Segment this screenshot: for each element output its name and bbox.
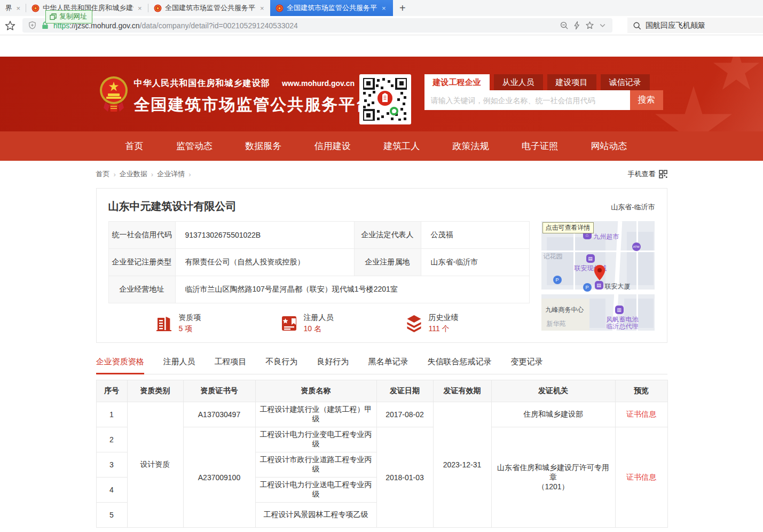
site-brand: 中华人民共和国住房和城乡建设部 www.mohurd.gov.cn 全国建筑市场…: [134, 78, 373, 116]
browser-tab-2[interactable]: 全国建筑市场监管公共服务平台 ×: [148, 0, 270, 16]
flash-icon[interactable]: [572, 21, 581, 30]
table-row: 1 设计资质 A137030497 工程设计建筑行业（建筑工程）甲级 2017-…: [96, 402, 667, 427]
search-button[interactable]: 搜索: [630, 90, 663, 110]
cell-no: 4: [96, 478, 127, 503]
nav-item-home[interactable]: 首页: [125, 140, 144, 152]
tab-dishonesty-records[interactable]: 失信联合惩戒记录: [428, 357, 492, 374]
mobile-qr-icon[interactable]: [659, 170, 667, 178]
table-header-row: 序号 资质类别 资质证书号 资质名称 发证日期 发证有效期 发证机关 预览: [96, 380, 667, 402]
breadcrumb-separator: ›: [188, 170, 191, 178]
stat-history-performance[interactable]: 历史业绩 111 个: [404, 313, 529, 334]
nav-item-credit[interactable]: 信用建设: [314, 140, 351, 152]
header-qr-code: [359, 74, 411, 124]
detail-tabs: 企业资质资格 注册人员 工程项目 不良行为 良好行为 黑名单记录 失信联合惩戒记…: [96, 357, 667, 374]
cell-issue-date: 2018-01-03: [376, 427, 433, 528]
nav-item-data-service[interactable]: 数据服务: [245, 140, 281, 152]
building-icon: [154, 314, 174, 333]
cell-cert-no: A137030497: [183, 402, 255, 427]
company-stats: 资质项 5 项 注册人员: [108, 313, 529, 334]
stat-qualifications[interactable]: 资质项 5 项: [154, 313, 279, 334]
tab-projects[interactable]: 工程项目: [215, 357, 247, 374]
cell-no: 1: [96, 402, 127, 427]
authority-line1: 山东省住房和城乡建设厅许可专用章: [495, 463, 612, 482]
breadcrumb-company-data[interactable]: 企业数据: [120, 169, 147, 179]
cell-validity: 2023-12-31: [433, 402, 491, 528]
map-pin-icon: [594, 265, 605, 281]
national-emblem-icon: [99, 74, 129, 116]
map-poi-battery-icon: ▥: [615, 306, 624, 314]
bookmark-star-icon[interactable]: [4, 20, 16, 32]
tab-bad-behavior[interactable]: 不良行为: [266, 357, 298, 374]
search-icon: [633, 21, 641, 30]
map-label: 九峰商务中心: [546, 306, 584, 315]
nav-item-site-news[interactable]: 网站动态: [591, 140, 627, 152]
search-tab-credit[interactable]: 诚信记录: [601, 74, 650, 90]
nav-item-e-license[interactable]: 电子证照: [522, 140, 558, 152]
stat-label: 历史业绩: [429, 313, 459, 323]
close-icon[interactable]: ×: [260, 4, 264, 12]
top-white-gap: [0, 35, 763, 57]
search-tab-personnel[interactable]: 从业人员: [494, 74, 543, 90]
copy-icon: [50, 13, 57, 20]
chevron-down-icon[interactable]: [598, 21, 607, 30]
stat-label: 注册人员: [304, 313, 334, 323]
browser-tab-bar: 界 × 中华人民共和国住房和城乡建设 × 全国建筑市场监管公共服务平台 × 全国…: [0, 0, 763, 16]
nav-item-policy[interactable]: 政策法规: [453, 140, 489, 152]
table-row: 企业经营地址 临沂市兰山区陶然路107号星河晶都（联安）现代城1号楼2201室: [108, 276, 529, 303]
certificate-info-link[interactable]: 证书信息: [626, 473, 656, 481]
stat-value: 111 个: [429, 324, 459, 334]
url-field[interactable]: https://jzsc.mohurd.gov.cn/data/company/…: [22, 18, 612, 33]
credit-code-label: 统一社会信用代码: [108, 222, 175, 249]
browser-tab-0[interactable]: 界 ×: [0, 0, 26, 16]
col-qual-name: 资质名称: [255, 380, 376, 402]
legal-rep-label: 企业法定代表人: [354, 222, 421, 249]
tab-blacklist[interactable]: 黑名单记录: [368, 357, 408, 374]
close-icon[interactable]: ×: [16, 4, 20, 12]
tab-good-behavior[interactable]: 良好行为: [317, 357, 349, 374]
reg-type-label: 企业登记注册类型: [108, 249, 175, 276]
legal-rep-value: 公茂福: [421, 222, 529, 249]
new-tab-button[interactable]: +: [393, 2, 412, 16]
authority-line2: （1201）: [495, 482, 612, 492]
stat-label: 资质项: [179, 313, 201, 323]
close-icon[interactable]: ×: [382, 4, 386, 12]
breadcrumb-home[interactable]: 首页: [96, 169, 110, 179]
shield-permissions-icon[interactable]: [28, 21, 37, 30]
zoom-out-icon[interactable]: [560, 21, 569, 30]
ministry-url: www.mohurd.gov.cn: [282, 79, 355, 88]
close-icon[interactable]: ×: [138, 4, 142, 12]
breadcrumb-company-detail[interactable]: 企业详情: [157, 169, 185, 179]
browser-quick-search[interactable]: 国航回应飞机颠簸: [627, 18, 763, 33]
search-tab-enterprise[interactable]: 建设工程企业: [424, 74, 490, 90]
browser-address-bar: https://jzsc.mohurd.gov.cn/data/company/…: [0, 16, 763, 35]
search-tab-project[interactable]: 建设项目: [547, 74, 596, 90]
browser-tab-active[interactable]: 全国建筑市场监管公共服务平台 ×: [270, 0, 393, 16]
reg-region-label: 企业注册属地: [354, 249, 421, 276]
nav-item-workers[interactable]: 建筑工人: [383, 140, 420, 152]
layers-icon: [404, 314, 424, 333]
site-title: 全国建筑市场监管公共服务平台: [134, 94, 373, 116]
nav-item-supervision[interactable]: 监管动态: [176, 140, 213, 152]
cell-qual-name: 工程设计电力行业变电工程专业丙级: [255, 427, 376, 452]
stat-registered-personnel[interactable]: 注册人员 10 名: [279, 313, 404, 334]
tab-title: 界: [5, 3, 12, 13]
tab-registered-personnel[interactable]: 注册人员: [163, 357, 195, 374]
company-location-map[interactable]: ⌂ 九州超市 ATM 记花园 ▤ 联安现代城 ▤ 联安大厦 P P 九峰商务中心…: [541, 221, 655, 331]
tab-title: 全国建筑市场监管公共服务平台: [165, 3, 256, 13]
col-validity: 发证有效期: [433, 380, 491, 402]
qualification-table: 序号 资质类别 资质证书号 资质名称 发证日期 发证有效期 发证机关 预览 1 …: [96, 380, 668, 528]
registry-book-icon: [279, 314, 299, 333]
tab-change-records[interactable]: 变更记录: [511, 357, 543, 374]
cell-qual-name: 工程设计电力行业送电工程专业丙级: [255, 478, 376, 503]
credit-code-value: 91371302675501022B: [175, 222, 354, 249]
main-nav: 首页 监管动态 数据服务 信用建设 建筑工人 政策法规 电子证照 网站动态: [0, 131, 763, 161]
certificate-info-link[interactable]: 证书信息: [626, 410, 656, 418]
tab-qualifications[interactable]: 企业资质资格: [96, 357, 144, 374]
keyword-search-input[interactable]: [424, 90, 630, 110]
company-info-table: 统一社会信用代码 91371302675501022B 企业法定代表人 公茂福 …: [108, 221, 530, 303]
map-parking-icon: P: [553, 276, 562, 284]
favorite-star-icon[interactable]: [585, 21, 594, 30]
address-value: 临沂市兰山区陶然路107号星河晶都（联安）现代城1号楼2201室: [175, 276, 529, 303]
address-label: 企业经营地址: [108, 276, 175, 303]
breadcrumb-separator: ›: [114, 170, 116, 178]
